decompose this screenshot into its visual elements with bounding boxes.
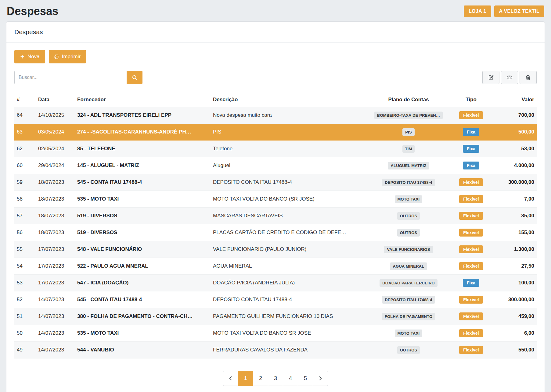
pagination-next-button[interactable] <box>313 371 328 386</box>
table-row[interactable]: 58 18/07/2023 535 - MOTO TAXI MOTO TAXI … <box>14 191 537 208</box>
tipo-badge: Fixa <box>463 145 479 153</box>
cell-id: 51 <box>14 308 36 325</box>
cell-id: 50 <box>14 325 36 342</box>
printer-icon <box>54 54 59 59</box>
cell-plano: AGUA MINERAL <box>368 258 449 275</box>
table-row[interactable]: 56 18/07/2023 519 - DIVERSOS PLACAS CART… <box>14 224 537 241</box>
cell-plano: ALUGUEL MATRIZ <box>368 157 449 174</box>
cell-valor: 7,00 <box>493 191 537 208</box>
table-row[interactable]: 51 14/07/2023 380 - FOLHA DE PAGAMENTO -… <box>14 308 537 325</box>
cell-fornecedor: 145 - ALUGUEL - MATRIZ <box>75 157 211 174</box>
cell-descricao: DEPOSITO CONTA ITAU 17488-4 <box>211 174 368 191</box>
print-button[interactable]: Imprimir <box>49 50 86 63</box>
table-row[interactable]: 54 17/07/2023 522 - PAULO AGUA MNERAL AG… <box>14 258 537 275</box>
magnifier-icon <box>132 75 137 80</box>
cell-data: 02/05/2024 <box>36 141 75 157</box>
table-row[interactable]: 64 14/10/2025 324 - ADL TRANSPORTES EIRE… <box>14 107 537 124</box>
cell-valor: 300.000,00 <box>493 174 537 191</box>
cell-fornecedor: 274 - -SACOLITAS-GARANHUNS-ANDRÉ PH… <box>75 124 211 141</box>
expenses-table: # Data Fornecedor Descrição Plano de Con… <box>14 93 537 358</box>
search-group <box>14 71 142 84</box>
delete-button[interactable] <box>520 71 537 84</box>
table-row[interactable]: 53 17/07/2023 547 - ICIA (DOAÇÃO) DOAÇÃO… <box>14 275 537 291</box>
cell-fornecedor: 544 - VANUBIO <box>75 342 211 358</box>
plano-badge: BOMBEIRO-TAXA DE PREVEN… <box>374 112 443 119</box>
print-label: Imprimir <box>62 54 81 60</box>
view-button[interactable] <box>501 71 518 84</box>
cell-valor: 6,00 <box>493 325 537 342</box>
loja-button[interactable]: LOJA 1 <box>464 5 491 17</box>
tipo-badge: Fixa <box>463 128 479 136</box>
pagination-prev-button[interactable] <box>223 371 238 386</box>
table-row[interactable]: 57 18/07/2023 519 - DIVERSOS MASCARAS DE… <box>14 208 537 224</box>
chevron-left-icon <box>228 376 233 381</box>
pagination-page-button[interactable]: 5 <box>298 371 313 386</box>
expenses-card: Despesas Nova Imprimir <box>6 21 545 392</box>
table-row[interactable]: 50 14/07/2023 535 - MOTO TAXI MOTO TAXI … <box>14 325 537 342</box>
plus-icon <box>20 54 25 59</box>
cell-plano: BOMBEIRO-TAXA DE PREVEN… <box>368 107 449 124</box>
cell-tipo: Flexível <box>449 291 493 308</box>
cell-valor: 27,50 <box>493 258 537 275</box>
cell-fornecedor: 548 - VALE FUNCIONÁRIO <box>75 241 211 258</box>
col-fornecedor: Fornecedor <box>75 93 211 107</box>
col-descricao: Descrição <box>211 93 368 107</box>
cell-descricao: PLACAS CARTÃO DE CREDITO E CODIGO DE DEF… <box>211 224 368 241</box>
cell-data: 03/05/2024 <box>36 124 75 141</box>
cell-descricao: Telefone <box>211 141 368 157</box>
pagination-page-button[interactable]: 3 <box>268 371 283 386</box>
cell-id: 53 <box>14 275 36 291</box>
plano-badge: MOTO TAXI <box>395 330 423 337</box>
table-row[interactable]: 60 29/04/2024 145 - ALUGUEL - MATRIZ Alu… <box>14 157 537 174</box>
header-buttons: LOJA 1 A VELOZ TEXTIL <box>464 5 544 17</box>
cell-data: 18/07/2023 <box>36 191 75 208</box>
action-group <box>482 71 537 84</box>
cell-data: 14/07/2023 <box>36 308 75 325</box>
tipo-badge: Flexível <box>459 245 483 253</box>
plano-badge: TIM <box>402 145 415 153</box>
cell-fornecedor: 519 - DIVERSOS <box>75 208 211 224</box>
cell-plano: MOTO TAXI <box>368 325 449 342</box>
company-button[interactable]: A VELOZ TEXTIL <box>494 5 545 17</box>
cell-plano: FOLHA DE PAGAMENTO <box>368 308 449 325</box>
cell-plano: PIS <box>368 124 449 141</box>
table-row[interactable]: 59 18/07/2023 545 - CONTA ITAU 17488-4 D… <box>14 174 537 191</box>
new-expense-button[interactable]: Nova <box>14 50 45 63</box>
plano-badge: OUTROS <box>397 212 420 220</box>
plano-badge: AGUA MINERAL <box>390 262 427 270</box>
cell-plano: OUTROS <box>368 224 449 241</box>
table-row[interactable]: 62 02/05/2024 85 - TELEFONE Telefone TIM… <box>14 141 537 157</box>
cell-descricao: VALE FUNCIONARIO (PAULO JUNIOR) <box>211 241 368 258</box>
col-plano-de-contas: Plano de Contas <box>368 93 449 107</box>
plano-badge: ALUGUEL MATRIZ <box>388 162 429 169</box>
pencil-square-icon <box>488 75 494 80</box>
plano-badge: PIS <box>402 128 415 136</box>
cell-descricao: Aluguel <box>211 157 368 174</box>
cell-tipo: Flexível <box>449 107 493 124</box>
pagination-page-button[interactable]: 4 <box>283 371 298 386</box>
search-button[interactable] <box>127 71 142 84</box>
cell-valor: 550,00 <box>493 342 537 358</box>
cell-fornecedor: 545 - CONTA ITAU 17488-4 <box>75 291 211 308</box>
cell-plano: DEPOSITO ITAU 17488-4 <box>368 291 449 308</box>
table-row[interactable]: 52 14/07/2023 545 - CONTA ITAU 17488-4 D… <box>14 291 537 308</box>
cell-valor: 1.300,00 <box>493 241 537 258</box>
cell-tipo: Fixa <box>449 141 493 157</box>
cell-plano: OUTROS <box>368 208 449 224</box>
table-header-row: # Data Fornecedor Descrição Plano de Con… <box>14 93 537 107</box>
tipo-badge: Flexível <box>459 312 483 320</box>
edit-button[interactable] <box>482 71 499 84</box>
table-row[interactable]: 63 03/05/2024 274 - -SACOLITAS-GARANHUNS… <box>14 124 537 141</box>
pagination-page-button[interactable]: 1 <box>238 371 253 386</box>
col-tipo: Tipo <box>449 93 493 107</box>
cell-id: 57 <box>14 208 36 224</box>
col-valor: Valor <box>493 93 537 107</box>
pagination-page-button[interactable]: 2 <box>253 371 268 386</box>
table-body: 64 14/10/2025 324 - ADL TRANSPORTES EIRE… <box>14 107 537 358</box>
table-row[interactable]: 55 17/07/2023 548 - VALE FUNCIONÁRIO VAL… <box>14 241 537 258</box>
search-input[interactable] <box>14 71 127 84</box>
cell-plano: MOTO TAXI <box>368 191 449 208</box>
cell-tipo: Flexível <box>449 258 493 275</box>
cell-descricao: PAGAMENTO GUILHERM FUNCIONARIO 10 DIAS <box>211 308 368 325</box>
table-row[interactable]: 49 14/07/2023 544 - VANUBIO FERRADURAS C… <box>14 342 537 358</box>
